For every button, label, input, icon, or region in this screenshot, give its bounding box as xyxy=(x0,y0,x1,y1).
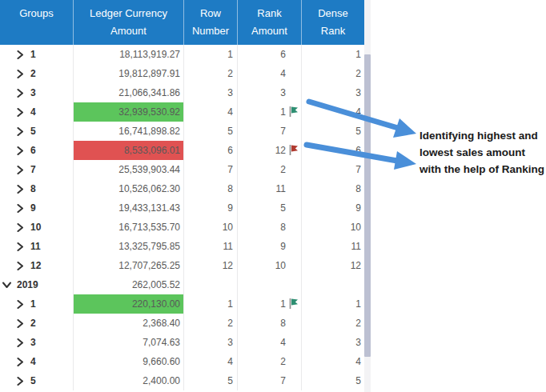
row-number-value: 12 xyxy=(223,260,233,271)
expand-chevron-icon[interactable] xyxy=(17,203,26,213)
dense-rank-value: 4 xyxy=(355,356,361,367)
table-row[interactable]: 9 19,433,131.43 9 5 9 xyxy=(0,198,364,218)
row-number-value: 5 xyxy=(227,126,233,137)
rank-amount-cell: 2 xyxy=(238,160,302,179)
row-number-cell: 1 xyxy=(184,294,238,314)
table-row[interactable]: 7 25,539,903.44 7 2 7 xyxy=(0,160,364,179)
expand-chevron-icon[interactable] xyxy=(17,69,26,78)
expand-chevron-icon[interactable] xyxy=(3,280,13,290)
pivot-grid: Groups Ledger Currency Amount Row Number… xyxy=(0,0,364,392)
vertical-scrollbar-thumb[interactable] xyxy=(364,54,371,357)
rank-amount-value: 6 xyxy=(280,49,286,60)
expand-chevron-icon[interactable] xyxy=(17,299,26,309)
row-number-cell: 4 xyxy=(184,102,238,122)
table-row[interactable]: 5 16,741,898.82 5 7 5 xyxy=(0,122,364,141)
table-row[interactable]: 2 2,368.40 2 8 2 xyxy=(0,314,364,333)
table-row[interactable]: 10 16,713,535.70 10 8 10 xyxy=(0,218,364,237)
ledger-amount-cell: 7,074.63 xyxy=(74,333,184,352)
row-number-value: 8 xyxy=(227,183,233,194)
expand-chevron-icon[interactable] xyxy=(17,107,26,117)
rank-amount-cell: 9 xyxy=(238,237,302,256)
column-header-ledger-currency-amount[interactable]: Ledger Currency Amount xyxy=(74,0,184,45)
ledger-amount-value: 220,130.00 xyxy=(132,298,180,310)
expand-chevron-icon[interactable] xyxy=(17,50,26,59)
rank-amount-cell: 11 xyxy=(238,179,302,198)
group-cell: 10 xyxy=(0,218,74,237)
row-number-cell: 6 xyxy=(184,141,238,160)
row-number-value: 3 xyxy=(227,337,233,348)
ledger-amount-value: 19,812,897.91 xyxy=(118,68,180,79)
rank-amount-cell: 5 xyxy=(238,198,302,218)
table-row[interactable]: 3 21,066,341.86 3 3 3 xyxy=(0,83,364,102)
ledger-amount-value: 2,400.00 xyxy=(143,375,180,386)
group-cell: 2 xyxy=(0,64,74,83)
row-number-value: 9 xyxy=(227,202,233,214)
dense-rank-value: 1 xyxy=(355,49,361,60)
table-row[interactable]: 1 220,130.00 1 1 1 xyxy=(0,294,364,314)
table-row[interactable]: 4 9,660.60 4 2 4 xyxy=(0,352,364,371)
rank-amount-cell: 7 xyxy=(238,122,302,141)
group-cell: 2 xyxy=(0,314,74,333)
rank-flag-icon xyxy=(287,47,299,62)
expand-chevron-icon[interactable] xyxy=(17,338,26,347)
table-row[interactable]: 3 7,074.63 3 4 3 xyxy=(0,333,364,352)
expand-chevron-icon[interactable] xyxy=(17,146,26,155)
rank-flag-icon xyxy=(287,316,299,330)
vertical-scrollbar-track[interactable] xyxy=(364,0,371,392)
expand-chevron-icon[interactable] xyxy=(17,165,26,174)
table-row[interactable]: 5 2,400.00 5 7 5 xyxy=(0,371,364,390)
rank-flag-icon xyxy=(287,239,299,254)
table-row[interactable]: 1 18,113,919.27 1 6 1 xyxy=(0,45,364,64)
expand-chevron-icon[interactable] xyxy=(17,242,26,251)
column-header-rank-amount[interactable]: Rank Amount xyxy=(238,0,302,45)
group-label: 3 xyxy=(30,87,36,98)
column-header-label: Amount xyxy=(110,22,147,40)
expand-chevron-icon[interactable] xyxy=(17,318,26,328)
expand-chevron-icon[interactable] xyxy=(17,376,26,386)
rank-amount-value: 5 xyxy=(280,202,286,214)
expand-chevron-icon[interactable] xyxy=(17,126,26,136)
expand-chevron-icon[interactable] xyxy=(17,261,26,270)
rank-flag-icon xyxy=(287,105,299,119)
annotation-line: with the help of Ranking xyxy=(420,161,544,178)
row-number-value: 10 xyxy=(223,222,233,233)
rank-amount-value: 11 xyxy=(276,183,286,194)
rank-amount-value: 12 xyxy=(275,145,286,156)
group-label: 5 xyxy=(30,126,36,137)
column-header-row-number[interactable]: Row Number xyxy=(184,0,238,45)
ledger-amount-cell: 10,526,062.30 xyxy=(74,179,184,198)
dense-rank-cell: 5 xyxy=(302,122,364,141)
row-number-cell: 3 xyxy=(184,333,238,352)
expand-chevron-icon[interactable] xyxy=(17,88,26,98)
rank-flag-icon xyxy=(287,278,299,292)
row-number-cell: 5 xyxy=(184,371,238,390)
table-row[interactable]: 12 12,707,265.25 12 10 12 xyxy=(0,256,364,275)
rank-amount-value: 9 xyxy=(280,241,286,252)
table-row[interactable]: 2019 262,005.52 xyxy=(0,275,364,294)
dense-rank-value: 10 xyxy=(351,222,361,233)
ledger-amount-value: 25,539,903.44 xyxy=(118,164,180,175)
table-row[interactable]: 4 32,939,530.92 4 1 4 xyxy=(0,102,364,122)
ledger-amount-cell: 18,113,919.27 xyxy=(74,45,184,64)
column-header-groups[interactable]: Groups xyxy=(0,0,74,45)
row-number-cell: 11 xyxy=(184,237,238,256)
group-label: 10 xyxy=(30,222,41,233)
expand-chevron-icon[interactable] xyxy=(17,184,26,194)
table-row[interactable]: 8 10,526,062.30 8 11 8 xyxy=(0,179,364,198)
column-header-label: Number xyxy=(192,22,229,40)
dense-rank-value: 8 xyxy=(355,183,361,194)
row-number-value: 4 xyxy=(227,356,233,367)
expand-chevron-icon[interactable] xyxy=(17,222,26,232)
dense-rank-value: 3 xyxy=(355,87,361,98)
table-row[interactable]: 11 13,325,795.85 11 9 11 xyxy=(0,237,364,256)
expand-chevron-icon[interactable] xyxy=(17,357,26,366)
rank-amount-cell: 10 xyxy=(238,256,302,275)
table-row[interactable]: 2 19,812,897.91 2 4 2 xyxy=(0,64,364,83)
dense-rank-cell: 1 xyxy=(302,294,364,314)
group-label: 1 xyxy=(30,49,36,60)
column-header-dense-rank[interactable]: Dense Rank xyxy=(302,0,364,45)
dense-rank-cell: 5 xyxy=(302,371,364,390)
dense-rank-value: 12 xyxy=(351,260,361,271)
table-row[interactable]: 6 8,533,096.01 6 12 6 xyxy=(0,141,364,160)
rank-amount-cell: 12 xyxy=(238,141,302,160)
